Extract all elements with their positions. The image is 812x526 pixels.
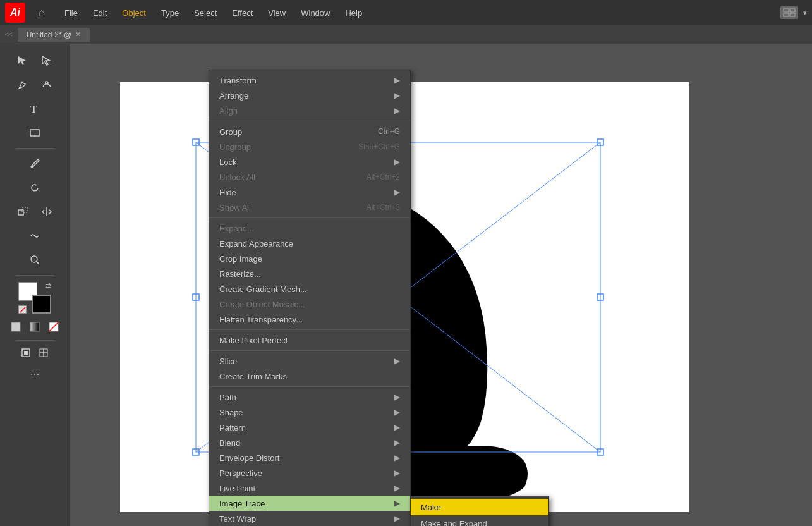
selection-tools [11,49,58,72]
pen-tool[interactable] [11,73,34,96]
swap-colors-icon[interactable]: ⇄ [45,282,51,290]
arrow-icon: ▶ [394,484,400,492]
menu-effect[interactable]: Effect [226,6,259,20]
reflect-tool[interactable] [35,200,58,223]
arrow-icon: ▶ [394,453,400,462]
tool-separator-1 [16,148,54,149]
menu-window[interactable]: Window [294,6,336,20]
menu-help[interactable]: Help [339,6,368,20]
menu-item-pixel-perfect[interactable]: Make Pixel Perfect [209,333,410,348]
none-button[interactable] [45,319,62,335]
arrow-icon: ▶ [394,438,400,447]
menu-item-hide[interactable]: Hide ▶ [209,185,410,200]
svg-line-12 [37,262,39,264]
rectangle-tool[interactable] [23,121,46,144]
menu-type[interactable]: Type [155,6,185,20]
none-color-icon[interactable] [18,305,27,314]
menu-section-3: Expand... Expand Appearance Crop Image R… [209,218,410,330]
home-icon[interactable]: ⌂ [33,4,51,21]
menu-item-lock[interactable]: Lock ▶ [209,154,410,169]
pen-tools [11,73,58,96]
menu-item-trim-marks[interactable]: Create Trim Marks [209,369,410,384]
svg-point-4 [21,82,23,83]
menu-item-transform[interactable]: Transform ▶ [209,73,410,88]
menu-item-envelope-distort[interactable]: Envelope Distort ▶ [209,450,410,465]
menu-view[interactable]: View [262,6,292,20]
paintbrush-tool[interactable] [23,152,46,175]
menu-item-text-wrap[interactable]: Text Wrap ▶ [209,511,410,526]
warp-tool[interactable] [23,224,46,247]
svg-rect-20 [40,349,44,353]
collapse-panels-button[interactable]: << [5,31,13,38]
menu-object[interactable]: Object [116,6,152,20]
menu-item-flatten-transparency[interactable]: Flatten Transparency... [209,312,410,327]
menu-item-ungroup: Ungroup Shift+Ctrl+G [209,139,410,154]
scale-tools [11,200,58,223]
document-tab[interactable]: Untitled-2* @ ✕ [18,28,90,42]
stroke-color[interactable] [32,295,51,314]
arrow-icon: ▶ [394,157,400,166]
menu-item-gradient-mesh[interactable]: Create Gradient Mesh... [209,281,410,297]
canvas-area: Transform ▶ Arrange ▶ Align ▶ Grou [70,44,812,526]
arrow-icon: ▶ [394,408,400,417]
artboard-tool[interactable] [18,345,34,361]
menu-item-expand-appearance[interactable]: Expand Appearance [209,236,410,251]
svg-rect-21 [44,349,47,353]
svg-rect-7 [30,130,39,136]
svg-rect-15 [30,322,39,331]
svg-rect-2 [784,13,789,16]
arrow-icon: ▶ [394,499,400,508]
svg-rect-23 [44,353,47,357]
tool-separator-3 [16,340,54,341]
submenu-item-make[interactable]: Make [411,499,548,515]
object-menu-dropdown: Transform ▶ Arrange ▶ Align ▶ Grou [209,70,411,526]
arrow-icon: ▶ [394,106,400,115]
menu-item-live-paint[interactable]: Live Paint ▶ [209,480,410,496]
menu-item-perspective[interactable]: Perspective ▶ [209,465,410,480]
svg-point-5 [45,82,48,84]
menu-item-arrange[interactable]: Arrange ▶ [209,88,410,103]
menu-select[interactable]: Select [188,6,223,20]
menu-item-expand: Expand... [209,221,410,236]
svg-point-8 [31,166,33,168]
direct-selection-tool[interactable] [35,49,58,72]
menu-item-blend[interactable]: Blend ▶ [209,435,410,450]
menu-item-unlock-all: Unlock All Alt+Ctrl+2 [209,169,410,185]
image-trace-submenu: Make Make and Expand Release Expand [410,496,549,526]
tab-bar: << Untitled-2* @ ✕ [0,25,812,44]
workspace-icon [780,6,798,19]
menu-item-group[interactable]: Group Ctrl+G [209,124,410,139]
menu-item-shape[interactable]: Shape ▶ [209,405,410,420]
scale-tool[interactable] [11,200,34,223]
selection-tool[interactable] [11,49,34,72]
menu-file[interactable]: File [58,6,84,20]
more-tools-button[interactable]: ··· [30,367,39,381]
main-layout: T [0,44,812,526]
menu-item-slice[interactable]: Slice ▶ [209,353,410,369]
type-tool[interactable]: T [23,97,46,120]
menu-item-image-trace[interactable]: Image Trace ▶ Make Make and Expand Rele [209,496,410,511]
workspace-chevron[interactable]: ▾ [803,9,807,17]
arrow-icon: ▶ [394,423,400,432]
rotate-tool[interactable] [23,176,46,199]
menu-section-5: Slice ▶ Create Trim Marks [209,351,410,387]
submenu-item-make-expand[interactable]: Make and Expand [411,515,548,526]
svg-rect-1 [790,9,795,12]
zoom-tool[interactable] [23,248,46,271]
app-icon: Ai [5,3,25,23]
menu-edit[interactable]: Edit [87,6,113,20]
gradient-button[interactable] [27,319,43,335]
artboard-tools [18,345,52,361]
menu-item-crop-image[interactable]: Crop Image [209,251,410,266]
menu-section-4: Make Pixel Perfect [209,330,410,351]
tab-close-icon[interactable]: ✕ [75,30,81,39]
slice-tool[interactable] [35,345,52,361]
svg-rect-9 [18,210,23,215]
menu-item-path[interactable]: Path ▶ [209,389,410,405]
solid-color-button[interactable] [8,319,24,335]
menu-item-rasterize[interactable]: Rasterize... [209,266,410,281]
color-mode-buttons [8,319,62,335]
arrow-icon: ▶ [394,357,400,365]
menu-item-pattern[interactable]: Pattern ▶ [209,420,410,435]
curvature-tool[interactable] [35,73,58,96]
